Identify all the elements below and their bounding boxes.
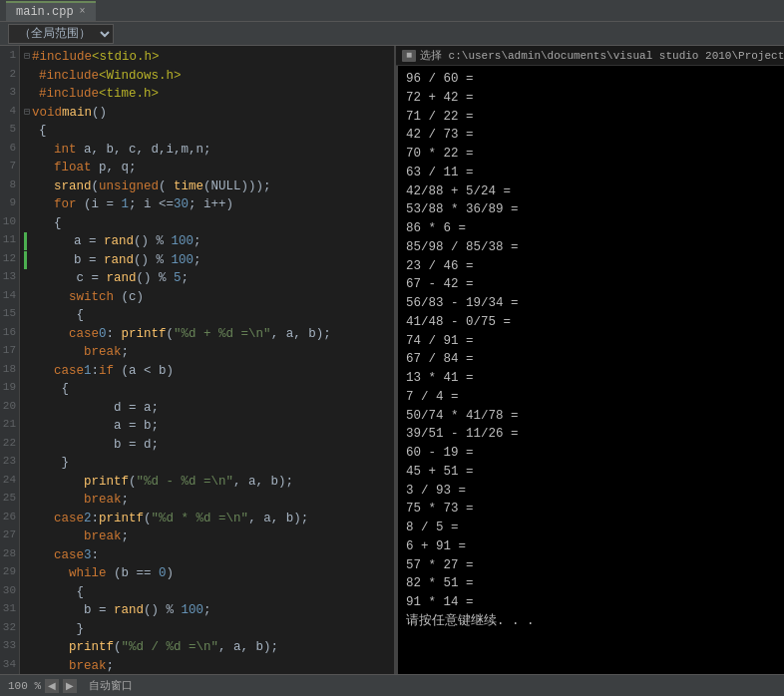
code-line: float p, q; (24, 159, 390, 177)
line-number: 5 (0, 122, 16, 141)
title-bar: main.cpp × (0, 0, 784, 22)
line-number: 8 (0, 177, 16, 196)
console-line: 70 * 22 = (406, 145, 784, 164)
console-line: 91 * 14 = (406, 593, 784, 612)
line-number: 29 (0, 564, 16, 583)
console-pane[interactable]: 96 / 60 =72 + 42 =71 / 22 =42 / 73 =70 *… (396, 66, 784, 674)
console-line: 42 / 73 = (406, 126, 784, 145)
console-line: 13 * 41 = (406, 369, 784, 388)
line-number: 12 (0, 251, 16, 270)
line-number: 2 (0, 67, 16, 86)
code-line: printf("%d - %d =\n", a, b); (24, 473, 390, 492)
code-line: ⊟void main() (24, 104, 390, 123)
console-line: 45 + 51 = (406, 463, 784, 482)
toolbar: （全局范围） (0, 22, 784, 46)
code-line: case 3: (24, 546, 390, 565)
code-line: } (24, 620, 390, 639)
console-line: 85/98 / 85/38 = (406, 238, 784, 257)
code-line: case 0: printf("%d + %d =\n", a, b); (24, 325, 390, 344)
line-number: 20 (0, 399, 16, 418)
status-bar: 100 % ◀ ▶ 自动窗口 (0, 674, 784, 696)
code-line: break; (24, 491, 390, 510)
console-line: 60 - 19 = (406, 444, 784, 463)
line-number: 11 (0, 232, 16, 251)
line-number: 3 (0, 85, 16, 104)
console-icon: ■ (402, 50, 416, 62)
console-line: 96 / 60 = (406, 70, 784, 89)
console-line: 82 * 51 = (406, 574, 784, 593)
code-line: srand(unsigned( time(NULL))); (24, 177, 390, 196)
code-line: break; (24, 527, 390, 546)
line-number: 33 (0, 638, 16, 657)
code-line: #include<Windows.h> (24, 67, 390, 86)
console-line: 41/48 - 0/75 = (406, 313, 784, 332)
code-line: case 2:printf("%d * %d =\n", a, b); (24, 510, 390, 528)
line-number: 4 (0, 104, 16, 123)
console-line: 63 / 11 = (406, 164, 784, 182)
line-number: 24 (0, 473, 16, 492)
line-number: 27 (0, 527, 16, 546)
console-line: 86 * 6 = (406, 219, 784, 238)
code-line: b = d; (24, 436, 390, 455)
line-number: 34 (0, 657, 16, 675)
code-line: while (b == 0) (24, 564, 390, 583)
line-number: 28 (0, 546, 16, 565)
line-number: 17 (0, 343, 16, 362)
code-line: { (24, 380, 390, 399)
code-line: { (24, 122, 390, 141)
tab-main-cpp[interactable]: main.cpp × (6, 1, 96, 21)
line-numbers: 1234567891011121314151617181920212223242… (0, 46, 20, 674)
code-line: c = rand() % 5; (24, 269, 390, 288)
code-line: switch (c) (24, 288, 390, 307)
console-line: 6 + 91 = (406, 537, 784, 556)
line-number: 21 (0, 417, 16, 436)
scope-selector[interactable]: （全局范围） (8, 24, 114, 44)
code-line: break; (24, 343, 390, 362)
line-number: 23 (0, 454, 16, 473)
tab-close-icon[interactable]: × (80, 6, 86, 17)
console-line: 67 - 42 = (406, 275, 784, 294)
console-line: 71 / 22 = (406, 108, 784, 127)
code-line: break; (24, 657, 390, 675)
line-number: 16 (0, 325, 16, 344)
code-line: a = b; (24, 417, 390, 436)
tab-label: main.cpp (16, 5, 74, 19)
line-number: 25 (0, 491, 16, 510)
console-line: 23 / 46 = (406, 257, 784, 276)
console-line: 56/83 - 19/34 = (406, 294, 784, 313)
console-path: 选择 c:\users\admin\documents\visual studi… (420, 50, 784, 62)
code-line: } (24, 454, 390, 473)
line-number: 26 (0, 510, 16, 528)
scroll-left-button[interactable]: ◀ (45, 679, 59, 693)
line-number: 10 (0, 214, 16, 233)
code-line: ⊟#include<stdio.h> (24, 48, 390, 67)
code-pane[interactable]: ⊟#include<stdio.h> #include<Windows.h> #… (20, 46, 394, 674)
console-line: 72 + 42 = (406, 89, 784, 108)
console-line: 7 / 4 = (406, 388, 784, 407)
code-line: case 1:if (a < b) (24, 362, 390, 381)
line-number: 15 (0, 306, 16, 325)
line-number: 32 (0, 620, 16, 639)
console-line: 53/88 * 36/89 = (406, 200, 784, 219)
line-number: 1 (0, 48, 16, 67)
status-zoom: 100 % ◀ ▶ (8, 679, 77, 693)
line-number: 19 (0, 380, 16, 399)
console-line: 74 / 91 = (406, 332, 784, 351)
code-line: for (i = 1; i <=30; i++) (24, 195, 390, 214)
line-number: 6 (0, 141, 16, 160)
line-number: 18 (0, 362, 16, 381)
code-line: { (24, 306, 390, 325)
code-line: { (24, 214, 390, 233)
scroll-right-button[interactable]: ▶ (63, 679, 77, 693)
line-number: 13 (0, 269, 16, 288)
line-number: 14 (0, 288, 16, 307)
code-line: d = a; (24, 399, 390, 418)
console-line: 57 * 27 = (406, 556, 784, 575)
code-line: a = rand() % 100; (24, 232, 390, 251)
auto-window-label: 自动窗口 (89, 678, 133, 693)
line-number: 7 (0, 159, 16, 177)
console-line: 50/74 * 41/78 = (406, 407, 784, 426)
line-number: 30 (0, 583, 16, 602)
code-line: #include<time.h> (24, 85, 390, 104)
code-line: b = rand() % 100; (24, 251, 390, 270)
